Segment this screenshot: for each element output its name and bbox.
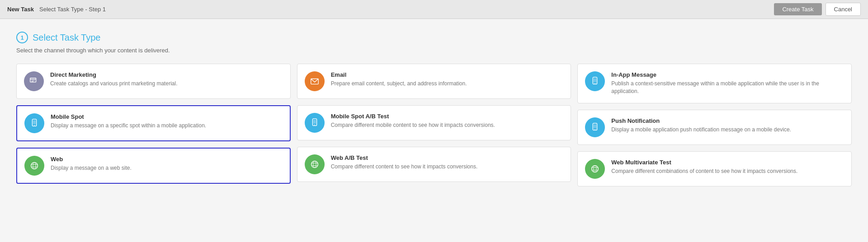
card-direct-marketing[interactable]: Direct Marketing Create catalogs and var… <box>16 64 291 99</box>
in-app-message-desc: Publish a context-sensitive message with… <box>611 80 844 96</box>
column-0: Direct Marketing Create catalogs and var… <box>16 64 291 186</box>
svg-rect-24 <box>594 124 597 128</box>
svg-rect-21 <box>594 79 597 82</box>
card-web-multivariate[interactable]: Web Multivariate Test Compare different … <box>577 151 852 186</box>
push-notification-name: Push Notification <box>611 117 791 124</box>
breadcrumb-step: Select Task Type - Step 1 <box>39 6 106 13</box>
mobile-spot-ab-desc: Compare different mobile content to see … <box>331 121 495 129</box>
direct-marketing-desc: Create catalogs and various print market… <box>50 80 177 88</box>
column-1: Email Prepare email content, subject, an… <box>297 64 571 186</box>
column-2: In-App Message Publish a context-sensiti… <box>577 64 852 186</box>
web-text: Web Display a message on a web site. <box>51 156 132 172</box>
mobile-spot-ab-name: Mobile Spot A/B Test <box>331 113 495 120</box>
header-actions: Create Task Cancel <box>774 3 861 16</box>
section-title: Select Task Type <box>33 33 100 43</box>
mobile-spot-ab-svg <box>310 118 320 128</box>
web-ab-text: Web A/B Test Compare different content t… <box>331 154 478 171</box>
web-icon <box>24 156 44 176</box>
web-ab-desc: Compare different content to see how it … <box>331 163 478 171</box>
svg-point-26 <box>594 165 596 172</box>
web-ab-svg <box>310 159 320 169</box>
web-multivariate-text: Web Multivariate Test Compare different … <box>611 159 797 175</box>
email-icon <box>305 71 325 91</box>
card-web-ab[interactable]: Web A/B Test Compare different content t… <box>297 147 571 182</box>
cards-grid: Direct Marketing Create catalogs and var… <box>16 64 852 186</box>
web-ab-name: Web A/B Test <box>331 154 478 161</box>
svg-rect-14 <box>313 120 316 124</box>
push-notification-icon <box>585 117 605 137</box>
svg-point-25 <box>592 165 599 172</box>
web-desc: Display a message on a web site. <box>51 164 132 172</box>
header: New Task Select Task Type - Step 1 Creat… <box>0 0 868 19</box>
direct-marketing-svg <box>29 76 39 86</box>
email-text: Email Prepare email content, subject, an… <box>331 71 467 88</box>
svg-point-15 <box>311 161 318 168</box>
mobile-spot-desc: Display a message on a specific spot wit… <box>51 122 206 130</box>
email-name: Email <box>331 71 467 78</box>
mobile-spot-text: Mobile Spot Display a message on a speci… <box>51 113 206 130</box>
card-in-app-message[interactable]: In-App Message Publish a context-sensiti… <box>577 64 852 103</box>
mobile-spot-ab-icon <box>305 113 325 133</box>
push-notification-desc: Display a mobile application push notifi… <box>611 126 791 134</box>
mobile-spot-svg <box>29 118 39 128</box>
in-app-message-icon <box>585 71 605 91</box>
web-ab-icon <box>305 154 325 174</box>
cancel-button[interactable]: Cancel <box>826 3 861 16</box>
card-mobile-spot-ab[interactable]: Mobile Spot A/B Test Compare different m… <box>297 105 571 140</box>
section-header: 1 Select Task Type <box>16 32 852 43</box>
mobile-spot-name: Mobile Spot <box>51 113 206 120</box>
step-circle: 1 <box>16 32 28 43</box>
web-multivariate-icon <box>585 159 605 179</box>
email-desc: Prepare email content, subject, and addr… <box>331 80 467 88</box>
direct-marketing-text: Direct Marketing Create catalogs and var… <box>50 71 177 88</box>
web-multivariate-name: Web Multivariate Test <box>611 159 797 166</box>
card-mobile-spot[interactable]: Mobile Spot Display a message on a speci… <box>16 105 291 141</box>
mobile-spot-ab-text: Mobile Spot A/B Test Compare different m… <box>331 113 495 129</box>
section-subtitle: Select the channel through which your co… <box>16 47 852 54</box>
main-content: 1 Select Task Type Select the channel th… <box>0 19 868 242</box>
create-task-button[interactable]: Create Task <box>774 3 821 15</box>
new-task-label: New Task <box>7 6 34 13</box>
in-app-message-text: In-App Message Publish a context-sensiti… <box>611 71 844 96</box>
push-notification-svg <box>590 122 600 132</box>
web-svg <box>29 161 39 171</box>
direct-marketing-icon <box>24 71 44 91</box>
in-app-message-name: In-App Message <box>611 71 844 78</box>
email-svg <box>310 76 320 86</box>
in-app-message-svg <box>590 76 600 86</box>
web-multivariate-svg <box>590 164 600 174</box>
svg-point-8 <box>33 163 36 169</box>
direct-marketing-name: Direct Marketing <box>50 71 177 78</box>
web-name: Web <box>51 156 132 163</box>
push-notification-text: Push Notification Display a mobile appli… <box>611 117 791 134</box>
svg-rect-6 <box>33 121 36 124</box>
card-web[interactable]: Web Display a message on a web site. <box>16 148 291 184</box>
svg-point-16 <box>313 161 316 168</box>
header-breadcrumb: New Task Select Task Type - Step 1 <box>7 6 106 13</box>
web-multivariate-desc: Compare different combinations of conten… <box>611 168 797 175</box>
card-email[interactable]: Email Prepare email content, subject, an… <box>297 64 571 99</box>
mobile-spot-icon <box>24 113 44 133</box>
svg-point-7 <box>31 163 38 169</box>
card-push-notification[interactable]: Push Notification Display a mobile appli… <box>577 110 852 145</box>
